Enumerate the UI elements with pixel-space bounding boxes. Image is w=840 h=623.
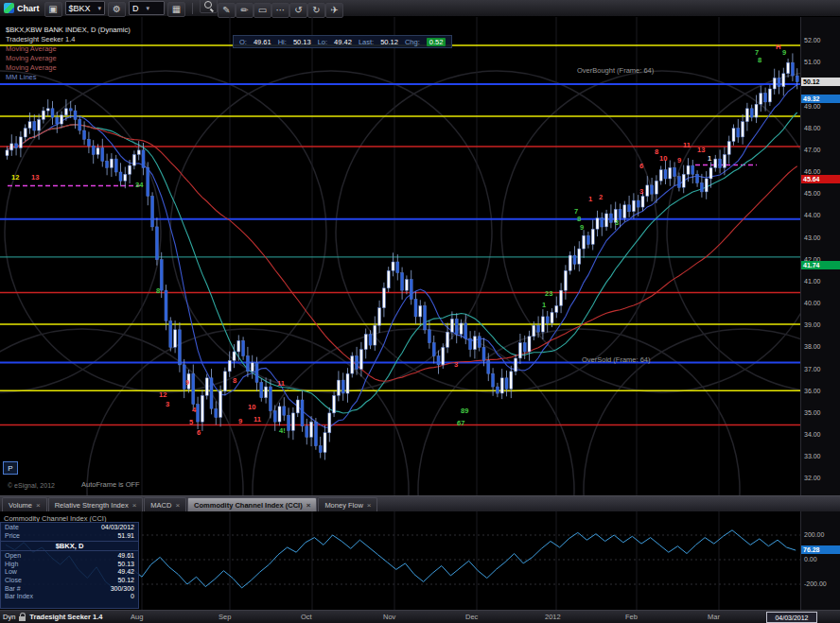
symbol-input[interactable]: $BKX ▾ — [65, 1, 106, 15]
svg-text:67: 67 — [457, 419, 464, 427]
toolbar: Chart ▣ $BKX ▾ ⚙ D ▾ ▦ ✎✏▭⋯↺↻✈ — [0, 0, 840, 17]
interval-value: D — [132, 4, 139, 13]
data-window-row: Date04/03/2012 — [1, 524, 138, 532]
quote-label: Hi: — [278, 38, 287, 46]
date-badge: 04/03/2012 — [766, 612, 817, 623]
p-button[interactable]: P — [3, 461, 18, 475]
eraser-icon[interactable]: ▭ — [254, 3, 271, 18]
time-axis-label: Nov — [383, 613, 395, 621]
time-axis-label: 2012 — [545, 613, 561, 621]
svg-text:23: 23 — [545, 289, 552, 298]
price-tick: 47.00 — [804, 147, 821, 153]
svg-text:3: 3 — [166, 400, 169, 408]
data-window-symbol: $BKX, D — [1, 541, 138, 551]
price-badge: 45.64 — [801, 175, 840, 183]
svg-text:1: 1 — [542, 301, 546, 309]
comment-icon[interactable]: ⋯ — [271, 3, 289, 18]
svg-text:9: 9 — [238, 417, 242, 425]
svg-text:1: 1 — [588, 195, 592, 203]
price-tick: 46.00 — [804, 168, 821, 175]
svg-text:6: 6 — [639, 162, 643, 170]
pencil-icon[interactable]: ✎ — [218, 3, 236, 18]
quote-value: 0.52 — [427, 38, 446, 46]
tab-label: Commodity Channel Index (CCI) — [194, 501, 303, 510]
redo-icon[interactable]: ↻ — [307, 3, 325, 18]
tab-close-icon[interactable]: × — [367, 501, 372, 510]
marker-icon[interactable]: ✏ — [236, 3, 254, 18]
toolbar-group-c: ▦ — [167, 0, 185, 17]
svg-text:11: 11 — [254, 415, 261, 424]
undo-icon[interactable]: ↺ — [289, 3, 307, 18]
svg-text:8: 8 — [156, 286, 160, 295]
cci-badge: 76.28 — [801, 545, 840, 554]
tab-close-icon[interactable]: × — [36, 501, 41, 510]
lock-icon[interactable] — [19, 616, 26, 621]
price-tick: 38.00 — [804, 343, 821, 350]
cci-tick: -200.00 — [804, 580, 827, 587]
price-axis[interactable]: 52.0051.0050.0049.0048.0047.0046.0045.00… — [800, 17, 840, 495]
send-icon[interactable]: ✈ — [325, 3, 343, 18]
zoom-icon[interactable] — [200, 0, 218, 13]
quote-value: 50.12 — [380, 38, 398, 46]
price-tick: 39.00 — [804, 321, 821, 328]
time-axis-label: Feb — [625, 613, 638, 621]
svg-text:3: 3 — [639, 187, 643, 196]
svg-text:10: 10 — [248, 403, 255, 411]
svg-text:9: 9 — [185, 378, 189, 387]
data-window-row: Close50.12 — [1, 577, 138, 585]
price-tick: 41.00 — [804, 278, 821, 285]
svg-text:8: 8 — [758, 56, 761, 64]
data-window-row: Price51.91 — [1, 532, 138, 541]
tab-close-icon[interactable]: × — [175, 501, 180, 510]
svg-text:8: 8 — [233, 376, 236, 385]
cci-tick: 200.00 — [804, 531, 824, 538]
tab-close-icon[interactable]: × — [306, 501, 311, 510]
time-axis-label: Mar — [708, 613, 720, 621]
svg-text:89: 89 — [461, 407, 468, 415]
price-tick: 33.00 — [804, 453, 821, 459]
cci-tick: 0.00 — [804, 556, 817, 562]
price-tick: 52.00 — [804, 37, 821, 43]
quote-label: Last: — [359, 38, 374, 46]
overbought-label: OverBought (Frame: 64) — [577, 66, 654, 75]
svg-text:2: 2 — [599, 193, 603, 201]
interval-input[interactable]: D ▾ — [129, 1, 165, 15]
data-window-row: Bar Index0 — [1, 593, 138, 601]
tab-rsi[interactable]: Relative Strength Index× — [48, 497, 144, 511]
price-tick: 48.00 — [804, 125, 821, 131]
tab-money-flow[interactable]: Money Flow× — [318, 497, 377, 511]
toolbar-group-a: ▣ — [44, 0, 62, 17]
svg-text:1: 1 — [708, 154, 711, 163]
svg-text:8: 8 — [577, 215, 581, 223]
tab-volume[interactable]: Volume× — [2, 497, 47, 511]
price-badge: 50.12 — [801, 78, 840, 86]
tab-close-icon[interactable]: × — [132, 501, 137, 510]
main-chart[interactable]: 12133481239456891011114!3896712378912336… — [0, 17, 800, 495]
price-tick: 43.00 — [804, 234, 821, 241]
data-window-row: Bar #300/300 — [1, 585, 138, 594]
chart-title: $BKX,KBW BANK INDEX, D (Dynamic) — [6, 26, 131, 35]
chevron-down-icon[interactable]: ▾ — [98, 5, 102, 12]
time-axis[interactable]: Dyn Tradesight Seeker 1.4 04/03/2012 Aug… — [0, 610, 840, 623]
price-tick: 37.00 — [804, 366, 821, 372]
copyright-text: © eSignal, 2012 — [8, 482, 55, 489]
cci-axis[interactable]: 200.000.00-200.0076.28 — [800, 511, 840, 610]
svg-text:8: 8 — [655, 147, 658, 156]
price-tick: 45.00 — [804, 190, 821, 197]
window-icon[interactable]: ▣ — [44, 2, 62, 17]
svg-text:34: 34 — [135, 181, 144, 189]
toolbar-divider — [192, 3, 193, 14]
chart-style-icon[interactable]: ▦ — [167, 2, 185, 17]
dyn-button[interactable]: Dyn — [3, 613, 15, 621]
chevron-down-icon[interactable]: ▾ — [147, 5, 150, 12]
time-axis-label: Oct — [301, 613, 312, 621]
svg-text:3: 3 — [615, 218, 619, 227]
price-tick: 49.00 — [804, 103, 821, 110]
chart-window: Chart ▣ $BKX ▾ ⚙ D ▾ ▦ ✎✏▭⋯↺↻✈ 121334812… — [0, 0, 840, 623]
time-axis-label: Sep — [219, 613, 231, 621]
tab-macd[interactable]: MACD× — [144, 497, 186, 511]
svg-text:13: 13 — [697, 146, 705, 154]
quote-bar: O:49.61Hi:50.13Lo:49.42Last:50.12Chg:0.5… — [233, 35, 452, 48]
tab-cci[interactable]: Commodity Channel Index (CCI)× — [187, 497, 317, 511]
settings-icon[interactable]: ⚙ — [108, 2, 126, 17]
